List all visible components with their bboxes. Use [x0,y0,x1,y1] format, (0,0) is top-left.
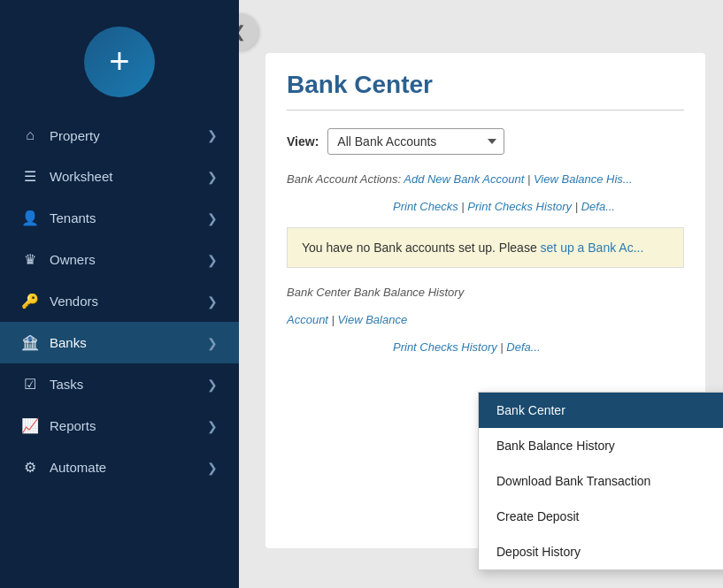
print-checks-history-link[interactable]: Print Checks History [467,200,572,213]
back-button[interactable]: ❮ [239,13,258,50]
add-new-bank-account-link[interactable]: Add New Bank Account [404,172,524,186]
banks-dropdown-menu: Bank Center Bank Balance History Downloa… [478,392,723,570]
sidebar-item-label: Reports [50,418,96,433]
dropdown-item-deposit-history[interactable]: Deposit History [479,534,723,569]
sidebar: + ⌂ Property ❯ ☰ Worksheet ❯ 👤 Tenants ❯ [0,0,239,588]
view-row: View: All Bank Accounts [287,128,684,155]
owners-icon: ♛ [21,251,39,268]
dropdown-item-bank-balance-history[interactable]: Bank Balance History [479,428,723,463]
sidebar-item-label: Tenants [50,210,96,225]
add-button[interactable]: + [84,27,155,97]
dropdown-item-label: Deposit History [496,545,581,559]
sidebar-item-owners[interactable]: ♛ Owners ❯ [0,239,239,280]
default-link[interactable]: Defa... [581,200,615,213]
actions-label: Bank Account Actions: [287,172,404,186]
view-balance-history-link-1[interactable]: View Balance His... [534,172,633,186]
bank-actions-row4: Account | View Balance [287,313,684,326]
sidebar-item-label: Worksheet [50,169,112,184]
property-icon: ⌂ [21,127,39,143]
setup-bank-link[interactable]: set up a Bank Ac... [541,241,644,255]
dropdown-item-label: Bank Balance History [496,439,615,453]
dropdown-item-label: Download Bank Transaction [496,474,650,488]
dropdown-item-download-bank-transaction[interactable]: Download Bank Transaction [479,463,723,499]
tasks-icon: ☑ [21,376,39,393]
chevron-right-icon: ❯ [207,128,218,142]
sidebar-item-label: Owners [50,252,96,267]
sidebar-item-reports[interactable]: 📈 Reports ❯ [0,405,239,447]
sidebar-item-property[interactable]: ⌂ Property ❯ [0,115,239,156]
chevron-right-icon: ❯ [207,253,218,267]
chevron-left-icon: ❮ [239,22,246,42]
sidebar-item-label: Property [50,128,100,143]
sidebar-item-label: Tasks [50,377,83,392]
view-select[interactable]: All Bank Accounts [327,128,504,155]
chevron-right-icon: ❯ [207,461,218,475]
dropdown-item-bank-center[interactable]: Bank Center [479,393,723,428]
bank-actions-row2: Print Checks | Print Checks History | De… [393,200,684,213]
plus-icon: + [109,43,129,79]
worksheet-icon: ☰ [21,168,39,185]
sidebar-item-tasks[interactable]: ☑ Tasks ❯ [0,363,239,405]
chevron-right-icon: ❯ [207,419,218,433]
print-checks-history-link-2[interactable]: Print Checks History [393,340,497,354]
sidebar-item-tenants[interactable]: 👤 Tenants ❯ [0,197,239,239]
divider [287,110,684,111]
sidebar-item-vendors[interactable]: 🔑 Vendors ❯ [0,280,239,322]
vendors-icon: 🔑 [21,293,39,309]
sidebar-item-label: Automate [50,460,106,475]
chevron-right-icon: ❯ [207,170,218,184]
dropdown-item-label: Create Deposit [496,509,579,523]
page-title: Bank Center [287,71,684,99]
bank-actions-row3: Bank Center Bank Balance History [287,286,684,299]
reports-icon: 📈 [21,417,39,434]
no-accounts-text: You have no Bank accounts set up. Please [302,241,541,255]
chevron-right-icon: ❯ [207,336,218,350]
sidebar-logo-area: + [0,0,239,115]
chevron-right-icon: ❯ [207,294,218,309]
bank-actions-row1: Bank Account Actions: Add New Bank Accou… [287,172,684,186]
default-link-2[interactable]: Defa... [506,340,540,354]
print-checks-link[interactable]: Print Checks [393,200,458,213]
chevron-right-icon: ❯ [207,211,218,225]
actions-label-2: Bank Center Bank Balance History [287,286,464,299]
sidebar-item-banks[interactable]: 🏦 Banks ❯ [0,322,239,363]
bank-actions-row5: Print Checks History | Defa... [393,340,684,354]
sidebar-item-worksheet[interactable]: ☰ Worksheet ❯ [0,156,239,197]
sidebar-item-label: Vendors [50,294,98,309]
sidebar-item-label: Banks [50,335,87,350]
dropdown-item-create-deposit[interactable]: Create Deposit [479,499,723,534]
sidebar-nav: ⌂ Property ❯ ☰ Worksheet ❯ 👤 Tenants ❯ ♛… [0,115,239,588]
sidebar-item-automate[interactable]: ⚙ Automate ❯ [0,447,239,488]
dropdown-item-label: Bank Center [496,403,565,417]
account-link[interactable]: Account [287,313,328,326]
view-label: View: [287,134,319,149]
banks-icon: 🏦 [21,334,39,351]
tenants-icon: 👤 [21,210,39,226]
automate-icon: ⚙ [21,459,39,476]
view-balance-history-link-2[interactable]: View Balance [338,313,408,326]
main-content: ❮ Bank Center View: All Bank Accounts Ba… [239,0,723,588]
chevron-right-icon: ❯ [207,378,218,392]
no-accounts-box: You have no Bank accounts set up. Please… [287,227,684,268]
